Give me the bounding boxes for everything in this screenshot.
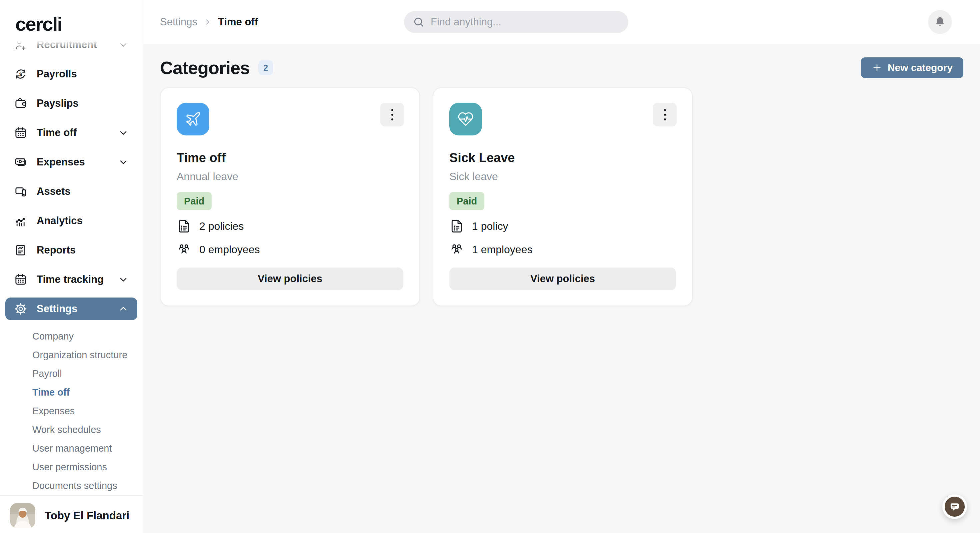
- sidebar-item-label: Settings: [37, 303, 77, 315]
- document-icon: [177, 219, 191, 233]
- sidebar-item-label: Payrolls: [37, 68, 77, 80]
- new-category-button[interactable]: New category: [861, 57, 963, 78]
- card-title: Sick Leave: [449, 151, 676, 165]
- app-window: cercli Recruitment $ Payrolls: [0, 0, 980, 533]
- user-name: Toby El Flandari: [45, 509, 129, 522]
- subnav-item-work-schedules[interactable]: Work schedules: [0, 420, 143, 439]
- subnav-item-company[interactable]: Company: [0, 327, 143, 346]
- sidebar-item-payslips[interactable]: Payslips: [5, 92, 137, 115]
- calendar-icon: [14, 273, 27, 286]
- notifications-button[interactable]: [928, 10, 952, 34]
- page-title: Categories: [160, 57, 250, 78]
- category-card-sick-leave: Sick Leave Sick leave Paid 1 policy 1 em…: [433, 88, 693, 306]
- policies-count: 1 policy: [472, 220, 508, 233]
- subnav-item-user-management[interactable]: User management: [0, 439, 143, 458]
- employees-count: 1 employees: [472, 244, 532, 256]
- people-icon: [449, 242, 464, 257]
- airplane-icon: [177, 103, 209, 136]
- employees-row: 0 employees: [177, 242, 403, 257]
- category-card-time-off: Time off Annual leave Paid 2 policies 0 …: [160, 88, 420, 306]
- chevron-up-icon: [118, 303, 129, 314]
- chevron-down-icon: [118, 128, 129, 138]
- chat-widget-button[interactable]: [942, 494, 967, 519]
- heart-pulse-icon: [449, 103, 482, 136]
- sidebar-item-label: Time off: [37, 127, 77, 139]
- card-menu-button[interactable]: [653, 103, 677, 126]
- sidebar-item-label: Recruitment: [37, 39, 97, 51]
- currency-refresh-icon: $: [14, 67, 27, 81]
- breadcrumb-settings[interactable]: Settings: [160, 16, 197, 28]
- document-icon: [449, 219, 464, 233]
- view-policies-button[interactable]: View policies: [449, 268, 676, 290]
- banknote-icon: [14, 155, 27, 169]
- brand-logo: cercli: [0, 0, 143, 38]
- subnav-item-time-off[interactable]: Time off: [0, 383, 143, 402]
- sidebar-item-label: Reports: [37, 244, 76, 256]
- subnav-item-expenses[interactable]: Expenses: [0, 402, 143, 420]
- sidebar-item-analytics[interactable]: Analytics: [5, 209, 137, 232]
- sidebar-item-expenses[interactable]: Expenses: [5, 151, 137, 174]
- sidebar-item-label: Analytics: [37, 215, 83, 227]
- chat-bubble-icon: [948, 500, 961, 513]
- brand-logo-text: cercli: [15, 13, 62, 35]
- chevron-down-icon: [118, 39, 129, 50]
- people-icon: [177, 242, 191, 257]
- subnav-item-organization-structure[interactable]: Organization structure: [0, 346, 143, 364]
- sidebar-item-label: Payslips: [37, 97, 79, 109]
- policies-count: 2 policies: [199, 220, 243, 233]
- subnav-item-payroll[interactable]: Payroll: [0, 364, 143, 383]
- subnav-item-documents-settings[interactable]: Documents settings: [0, 476, 143, 495]
- sidebar-item-reports[interactable]: Reports: [5, 239, 137, 262]
- chevron-down-icon: [118, 157, 129, 168]
- card-menu-button[interactable]: [380, 103, 404, 126]
- user-plus-icon: [14, 38, 27, 51]
- search-icon: [413, 16, 425, 28]
- chevron-down-icon: [118, 274, 129, 285]
- sidebar-item-time-tracking[interactable]: Time tracking: [5, 268, 137, 291]
- policies-row: 2 policies: [177, 219, 403, 233]
- svg-text:$: $: [19, 71, 22, 77]
- report-doc-icon: [14, 244, 27, 257]
- sidebar: cercli Recruitment $ Payrolls: [0, 0, 143, 533]
- calendar-icon: [14, 126, 27, 139]
- employees-count: 0 employees: [199, 244, 260, 256]
- chevron-right-icon: [203, 18, 212, 26]
- global-search: [404, 11, 628, 33]
- policies-row: 1 policy: [449, 219, 676, 233]
- plus-icon: [872, 62, 882, 73]
- content-area: Categories 2 New category Time off Annua…: [143, 44, 980, 533]
- sidebar-item-settings[interactable]: Settings: [5, 297, 137, 320]
- paid-badge: Paid: [449, 192, 484, 210]
- card-title: Time off: [177, 151, 403, 165]
- new-category-label: New category: [888, 62, 953, 73]
- sidebar-item-label: Time tracking: [37, 273, 103, 286]
- category-cards: Time off Annual leave Paid 2 policies 0 …: [160, 88, 963, 306]
- view-policies-button[interactable]: View policies: [177, 268, 403, 290]
- gear-icon: [14, 302, 27, 316]
- paid-badge: Paid: [177, 192, 212, 210]
- sidebar-item-time-off[interactable]: Time off: [5, 121, 137, 144]
- user-profile-row[interactable]: Toby El Flandari: [0, 495, 143, 533]
- topbar: Settings Time off: [143, 0, 980, 44]
- sidebar-item-label: Expenses: [37, 156, 85, 168]
- breadcrumb-time-off: Time off: [218, 16, 258, 28]
- sidebar-nav: Recruitment $ Payrolls Payslips: [0, 34, 143, 495]
- search-input[interactable]: [431, 16, 620, 28]
- sidebar-item-assets[interactable]: Assets: [5, 180, 137, 203]
- employees-row: 1 employees: [449, 242, 676, 257]
- card-subtitle: Annual leave: [177, 171, 403, 183]
- devices-icon: [14, 185, 27, 198]
- sidebar-item-payrolls[interactable]: $ Payrolls: [5, 63, 137, 85]
- breadcrumb: Settings Time off: [160, 16, 258, 28]
- settings-subnav: Company Organization structure Payroll T…: [0, 327, 143, 495]
- categories-count-badge: 2: [258, 61, 273, 75]
- subnav-item-user-permissions[interactable]: User permissions: [0, 458, 143, 476]
- wallet-icon: [14, 97, 27, 110]
- card-subtitle: Sick leave: [449, 171, 676, 183]
- main-area: Settings Time off Categories 2 New: [143, 0, 980, 533]
- title-row: Categories 2 New category: [160, 57, 963, 78]
- bar-chart-icon: [14, 214, 27, 227]
- bell-icon: [934, 16, 947, 28]
- avatar: [10, 503, 35, 528]
- sidebar-item-label: Assets: [37, 185, 71, 198]
